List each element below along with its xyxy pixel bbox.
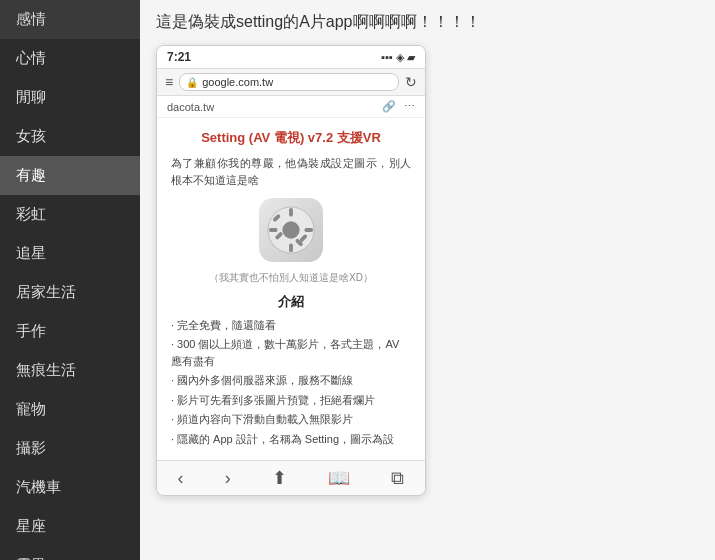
lock-icon: 🔒 — [186, 77, 198, 88]
url-text: google.com.tw — [202, 76, 273, 88]
sidebar-item-caihong[interactable]: 彩虹 — [0, 195, 140, 234]
svg-rect-3 — [289, 243, 293, 252]
svg-rect-4 — [269, 228, 278, 232]
share-icon[interactable]: ⬆ — [272, 467, 287, 489]
phone-status-icons: ▪▪▪ ◈ ▰ — [381, 51, 415, 64]
feature-item-4: 影片可先看到多張圖片預覽，拒絕看爛片 — [171, 392, 411, 409]
sidebar-item-ganqing[interactable]: 感情 — [0, 0, 140, 39]
sidebar-item-zhuixing[interactable]: 追星 — [0, 234, 140, 273]
browser-menu-icon[interactable]: ≡ — [165, 74, 173, 90]
app-icon — [259, 198, 323, 262]
svg-rect-5 — [304, 228, 313, 232]
sidebar-item-shouzuo[interactable]: 手作 — [0, 312, 140, 351]
phone-status-bar: 7:21 ▪▪▪ ◈ ▰ — [157, 46, 425, 68]
app-note: （我其實也不怕別人知道這是啥XD） — [171, 270, 411, 286]
sidebar-item-nvhai[interactable]: 女孩 — [0, 117, 140, 156]
sidebar-item-qiche[interactable]: 汽機車 — [0, 468, 140, 507]
sidebar: 感情 心情 閒聊 女孩 有趣 彩虹 追星 居家生活 手作 無痕生活 寵物 攝影 … — [0, 0, 140, 560]
phone-bottom-bar: ‹ › ⬆ 📖 ⧉ — [157, 460, 425, 495]
bookmarks-icon[interactable]: 📖 — [328, 467, 350, 489]
app-title: Setting (AV 電視) v7.2 支援VR — [171, 128, 411, 149]
site-name: dacota.tw — [167, 101, 214, 113]
main-content: 這是偽裝成setting的A片app啊啊啊啊！！！！ 7:21 ▪▪▪ ◈ ▰ … — [140, 0, 715, 560]
feature-item-2: 300 個以上頻道，數十萬影片，各式主題，AV 應有盡有 — [171, 336, 411, 369]
refresh-icon[interactable]: ↻ — [405, 74, 417, 90]
app-icon-area — [171, 198, 411, 262]
phone-content: Setting (AV 電視) v7.2 支援VR 為了兼顧你我的尊嚴，他偽裝成… — [157, 118, 425, 460]
sidebar-item-xingzuo[interactable]: 星座 — [0, 507, 140, 546]
phone-frame: 7:21 ▪▪▪ ◈ ▰ ≡ 🔒 google.com.tw ↻ dacota.… — [156, 45, 426, 496]
more-icon[interactable]: ⋯ — [404, 100, 415, 113]
content-bar-icons: 🔗 ⋯ — [382, 100, 415, 113]
browser-url-bar[interactable]: 🔒 google.com.tw — [179, 73, 399, 91]
sidebar-item-lingyi[interactable]: 靈異 — [0, 546, 140, 560]
back-icon[interactable]: ‹ — [178, 468, 184, 489]
intro-title: 介紹 — [171, 292, 411, 313]
settings-svg-icon — [267, 206, 315, 254]
link-icon[interactable]: 🔗 — [382, 100, 396, 113]
svg-point-1 — [282, 221, 299, 238]
sidebar-item-wuhen[interactable]: 無痕生活 — [0, 351, 140, 390]
battery-icon: ▰ — [407, 51, 415, 64]
sidebar-item-chongwu[interactable]: 寵物 — [0, 390, 140, 429]
tabs-icon[interactable]: ⧉ — [391, 468, 404, 489]
svg-rect-2 — [289, 208, 293, 217]
sidebar-item-xianliao[interactable]: 閒聊 — [0, 78, 140, 117]
sidebar-item-xinqing[interactable]: 心情 — [0, 39, 140, 78]
app-desc: 為了兼顧你我的尊嚴，他偽裝成設定圖示，別人根本不知道這是啥 — [171, 155, 411, 190]
feature-item-3: 國內外多個伺服器來源，服務不斷線 — [171, 372, 411, 389]
page-title: 這是偽裝成setting的A片app啊啊啊啊！！！！ — [156, 12, 481, 33]
feature-item-1: 完全免費，隨還隨看 — [171, 317, 411, 334]
sidebar-item-jujia[interactable]: 居家生活 — [0, 273, 140, 312]
content-bar: dacota.tw 🔗 ⋯ — [157, 96, 425, 118]
wifi-icon: ◈ — [396, 51, 404, 64]
forward-icon[interactable]: › — [225, 468, 231, 489]
feature-list: 完全免費，隨還隨看 300 個以上頻道，數十萬影片，各式主題，AV 應有盡有 國… — [171, 317, 411, 448]
feature-item-5: 頻道內容向下滑動自動載入無限影片 — [171, 411, 411, 428]
feature-item-6: 隱藏的 App 設計，名稱為 Setting，圖示為設 — [171, 431, 411, 448]
sidebar-item-sheying[interactable]: 攝影 — [0, 429, 140, 468]
browser-bar: ≡ 🔒 google.com.tw ↻ — [157, 68, 425, 96]
phone-time: 7:21 — [167, 50, 191, 64]
sidebar-item-youqu[interactable]: 有趣 — [0, 156, 140, 195]
signal-icon: ▪▪▪ — [381, 51, 393, 63]
